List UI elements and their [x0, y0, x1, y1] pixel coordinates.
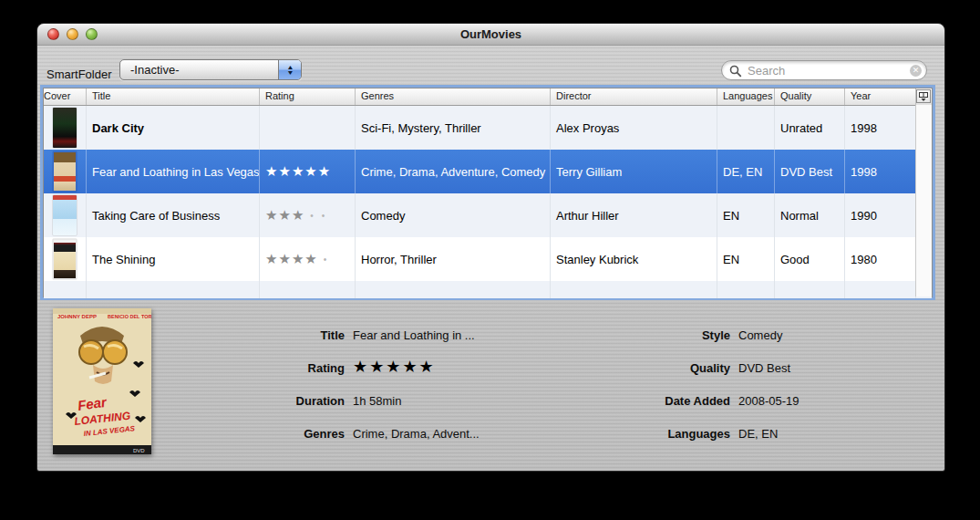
- column-header-languages[interactable]: Languages: [717, 88, 775, 105]
- rating-stars: ★★★: [265, 207, 304, 224]
- movie-year: 1990: [845, 193, 916, 237]
- column-header-title[interactable]: Title: [87, 88, 260, 105]
- movie-languages: [717, 106, 775, 150]
- detail-duration-value: 1h 58min: [353, 394, 401, 408]
- detail-dateadded-value: 2008-05-19: [738, 394, 799, 408]
- app-window: OurMovies SmartFolder -Inactive- ▲▼ ✕ Co…: [36, 23, 945, 472]
- cover-thumbnail: [53, 239, 77, 279]
- search-field[interactable]: ✕: [721, 60, 927, 80]
- movie-title: Fear and Loathing in Las Vegas: [87, 150, 260, 193]
- movie-director: Stanley Kubrick: [551, 237, 717, 281]
- movie-year: 1980: [845, 237, 916, 281]
- title-bar[interactable]: OurMovies: [37, 24, 944, 46]
- column-header-director[interactable]: Director: [551, 88, 717, 105]
- movie-director: Arthur Hiller: [551, 193, 717, 237]
- detail-label: Title: [199, 328, 345, 342]
- detail-genres-value: Crime, Drama, Advent...: [353, 427, 480, 441]
- cover-thumbnail: [53, 108, 77, 148]
- movie-year: 1998: [845, 106, 916, 150]
- movie-languages: EN: [717, 237, 775, 281]
- column-header-cover[interactable]: Cover: [44, 88, 87, 105]
- movie-languages: EN: [717, 193, 775, 237]
- movie-table: Cover Title Rating Genres Director Langu…: [43, 88, 933, 297]
- movie-director: Alex Proyas: [551, 106, 717, 150]
- movie-genres: Crime, Drama, Adventure, Comedy: [356, 150, 551, 193]
- window-title: OurMovies: [37, 27, 944, 41]
- smartfolder-popup[interactable]: -Inactive- ▲▼: [119, 59, 302, 80]
- movie-poster: JOHNNY DEPP BENICIO DEL TORO Fear LOATHI…: [53, 308, 151, 454]
- detail-label: Date Added: [584, 394, 730, 408]
- movie-quality: Normal: [775, 193, 845, 237]
- detail-languages-value: DE, EN: [738, 427, 778, 441]
- table-header: Cover Title Rating Genres Director Langu…: [44, 88, 932, 106]
- details-right-column: StyleComedy QualityDVD Best Date Added20…: [584, 318, 799, 450]
- table-row[interactable]: Dark City Sci-Fi, Mystery, Thriller Alex…: [44, 106, 932, 150]
- column-header-rating[interactable]: Rating: [260, 88, 356, 105]
- column-options-icon[interactable]: [916, 89, 931, 103]
- movie-genres: Horror, Thriller: [356, 237, 551, 281]
- column-header-quality[interactable]: Quality: [775, 88, 845, 105]
- detail-style-value: Comedy: [738, 328, 782, 342]
- column-header-year[interactable]: Year: [845, 88, 916, 105]
- movie-title: The Shining: [87, 237, 260, 281]
- movie-genres: Comedy: [356, 193, 551, 237]
- vertical-scrollbar[interactable]: [915, 105, 932, 296]
- cover-thumbnail: [53, 151, 77, 192]
- detail-label: Quality: [584, 361, 730, 375]
- movie-genres: Sci-Fi, Mystery, Thriller: [356, 106, 551, 150]
- search-input[interactable]: [746, 63, 895, 78]
- table-row-selected[interactable]: Fear and Loathing in Las Vegas ★★★★★ Cri…: [44, 150, 932, 193]
- detail-label: Languages: [584, 427, 730, 441]
- movie-quality: Good: [775, 237, 845, 281]
- movie-director: Terry Gilliam: [551, 150, 717, 193]
- movie-title: Taking Care of Business: [87, 193, 260, 237]
- clear-search-icon[interactable]: ✕: [910, 65, 922, 77]
- popup-stepper-icon: ▲▼: [278, 60, 301, 79]
- movie-year: 1998: [845, 150, 916, 193]
- movie-quality: DVD Best: [775, 150, 845, 193]
- search-icon: [729, 65, 742, 78]
- detail-label: Rating: [199, 361, 345, 375]
- svg-text:JOHNNY DEPP: JOHNNY DEPP: [57, 314, 97, 319]
- svg-text:BENICIO DEL TORO: BENICIO DEL TORO: [108, 314, 151, 319]
- movie-title: Dark City: [87, 106, 260, 150]
- smartfolder-label: SmartFolder: [46, 64, 112, 85]
- smartfolder-value: -Inactive-: [130, 63, 179, 77]
- table-row[interactable]: The Shining ★★★★• Horror, Thriller Stanl…: [44, 237, 932, 281]
- detail-label: Duration: [199, 394, 345, 408]
- table-row[interactable]: Taking Care of Business ★★★•• Comedy Art…: [44, 193, 932, 237]
- movie-languages: DE, EN: [717, 150, 775, 193]
- rating-stars: ★★★★: [265, 251, 318, 267]
- detail-quality-value: DVD Best: [738, 361, 790, 375]
- movie-quality: Unrated: [775, 106, 845, 150]
- table-filler-row: [44, 281, 932, 298]
- detail-label: Style: [584, 328, 730, 342]
- detail-rating-value: ★★★★★: [353, 357, 436, 377]
- detail-title-value: Fear and Loathing in ...: [353, 328, 475, 342]
- rating-stars: ★★★★★: [265, 163, 331, 180]
- details-left-column: TitleFear and Loathing in ... Rating★★★★…: [199, 318, 480, 450]
- detail-label: Genres: [199, 427, 345, 441]
- column-header-genres[interactable]: Genres: [356, 88, 551, 105]
- svg-text:DVD: DVD: [133, 448, 145, 453]
- cover-thumbnail: [53, 195, 77, 235]
